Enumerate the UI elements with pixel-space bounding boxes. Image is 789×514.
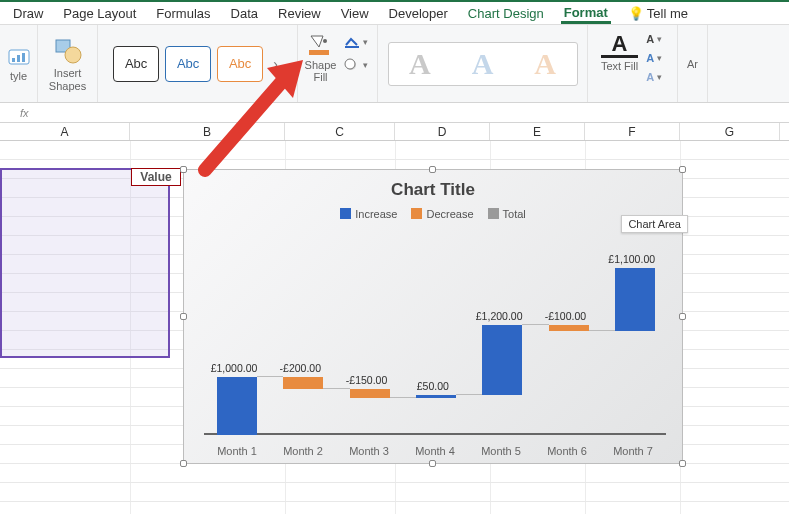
chart-legend[interactable]: Increase Decrease Total <box>184 208 682 220</box>
x-axis-label: Month 6 <box>534 445 600 457</box>
col-F[interactable]: F <box>585 123 680 140</box>
text-fill-icon[interactable]: A <box>601 31 638 58</box>
formula-bar[interactable]: fx <box>0 103 789 123</box>
wordart-style-3[interactable]: A <box>534 47 556 81</box>
legend-increase: Increase <box>340 208 397 220</box>
tab-data[interactable]: Data <box>228 4 261 23</box>
tab-page-layout[interactable]: Page Layout <box>60 4 139 23</box>
chart-bar[interactable]: £1,100.00 <box>602 262 668 435</box>
chart-style-label: tyle <box>10 70 27 82</box>
shape-fill-icon[interactable] <box>305 33 333 57</box>
chart-bar[interactable]: -£100.00 <box>535 262 601 435</box>
data-label: £50.00 <box>403 380 463 392</box>
legend-total: Total <box>488 208 526 220</box>
svg-point-10 <box>345 59 355 69</box>
tab-developer[interactable]: Developer <box>386 4 451 23</box>
col-A[interactable]: A <box>0 123 130 140</box>
svg-rect-2 <box>17 55 20 62</box>
shape-styles-group: Abc Abc Abc › <box>98 25 298 102</box>
column-headers: A B C D E F G <box>0 123 789 141</box>
x-axis-label: Month 3 <box>336 445 402 457</box>
svg-point-6 <box>323 39 327 43</box>
text-fill-label: Text Fill <box>601 60 638 72</box>
worksheet-area[interactable]: Value Chart Title Increase Decrease Tota… <box>0 141 789 514</box>
x-axis-label: Month 4 <box>402 445 468 457</box>
chevron-down-icon: ▾ <box>363 37 368 47</box>
chart-bar[interactable]: -£200.00 <box>270 262 336 435</box>
legend-decrease: Decrease <box>411 208 473 220</box>
col-G[interactable]: G <box>680 123 780 140</box>
shape-style-2[interactable]: Abc <box>165 46 211 82</box>
svg-rect-8 <box>345 46 359 48</box>
chart-style-icon <box>7 44 31 68</box>
chevron-right-icon[interactable]: › <box>269 56 282 72</box>
tab-draw[interactable]: Draw <box>10 4 46 23</box>
data-label: £1,000.00 <box>204 362 264 374</box>
resize-handle[interactable] <box>429 166 436 173</box>
col-E[interactable]: E <box>490 123 585 140</box>
svg-point-5 <box>65 47 81 63</box>
arrange-group[interactable]: Ar <box>678 25 708 102</box>
ribbon-tabs: Draw Page Layout Formulas Data Review Vi… <box>0 0 789 25</box>
shape-fill-label: Shape Fill <box>305 59 337 83</box>
x-axis-label: Month 7 <box>600 445 666 457</box>
wordart-style-1[interactable]: A <box>409 47 431 81</box>
resize-handle[interactable] <box>679 460 686 467</box>
resize-handle[interactable] <box>679 166 686 173</box>
data-label: £1,100.00 <box>602 253 662 265</box>
col-C[interactable]: C <box>285 123 395 140</box>
x-axis-label: Month 5 <box>468 445 534 457</box>
insert-shapes-group[interactable]: Insert Shapes <box>38 25 98 102</box>
chart-bar[interactable]: £50.00 <box>403 262 469 435</box>
resize-handle[interactable] <box>679 313 686 320</box>
insert-shapes-label: Insert Shapes <box>49 67 86 91</box>
wordart-style-2[interactable]: A <box>472 47 494 81</box>
data-label: £1,200.00 <box>469 310 529 322</box>
resize-handle[interactable] <box>180 313 187 320</box>
tab-view[interactable]: View <box>338 4 372 23</box>
value-header-cell[interactable]: Value <box>131 168 181 186</box>
chevron-down-icon: ▾ <box>363 60 368 70</box>
chart-style-group[interactable]: tyle <box>0 25 38 102</box>
resize-handle[interactable] <box>180 460 187 467</box>
tab-format[interactable]: Format <box>561 3 611 24</box>
chart-title[interactable]: Chart Title <box>184 170 682 200</box>
fx-icon: fx <box>20 107 29 119</box>
text-outline-button[interactable]: A▾ <box>644 31 664 47</box>
text-effects-button[interactable]: A▾ <box>644 50 664 66</box>
lightbulb-icon: 💡 <box>628 6 644 21</box>
svg-rect-1 <box>12 58 15 62</box>
data-label: -£150.00 <box>337 374 397 386</box>
arrange-label: Ar <box>687 58 698 70</box>
svg-rect-7 <box>309 50 329 55</box>
shape-outline-button[interactable]: ▾ <box>342 33 370 51</box>
shape-style-3[interactable]: Abc <box>217 46 263 82</box>
text-format-group: A Text Fill A▾ A▾ A▾ <box>588 25 678 102</box>
plot-area[interactable]: £1,000.00-£200.00-£150.00£50.00£1,200.00… <box>204 264 666 435</box>
resize-handle[interactable] <box>429 460 436 467</box>
wordart-styles-group[interactable]: A A A <box>378 25 588 102</box>
x-axis-label: Month 1 <box>204 445 270 457</box>
chart-bar[interactable]: £1,000.00 <box>204 262 270 435</box>
tab-chart-design[interactable]: Chart Design <box>465 4 547 23</box>
shape-effects-button[interactable]: ▾ <box>342 56 370 74</box>
col-D[interactable]: D <box>395 123 490 140</box>
text-effects2-button[interactable]: A▾ <box>644 69 664 85</box>
shape-style-1[interactable]: Abc <box>113 46 159 82</box>
tab-review[interactable]: Review <box>275 4 324 23</box>
svg-rect-3 <box>22 53 25 62</box>
x-axis-label: Month 2 <box>270 445 336 457</box>
insert-shapes-icon <box>53 35 83 65</box>
x-axis: Month 1Month 2Month 3Month 4Month 5Month… <box>204 445 666 457</box>
ribbon-toolbar: tyle Insert Shapes Abc Abc Abc › Shape F… <box>0 25 789 103</box>
resize-handle[interactable] <box>180 166 187 173</box>
chart-tooltip: Chart Area <box>621 215 688 233</box>
tell-me[interactable]: 💡Tell me <box>625 4 691 23</box>
tab-formulas[interactable]: Formulas <box>153 4 213 23</box>
chart-bar[interactable]: £1,200.00 <box>469 262 535 435</box>
col-B[interactable]: B <box>130 123 285 140</box>
data-label: -£200.00 <box>270 362 330 374</box>
chart-bar[interactable]: -£150.00 <box>337 262 403 435</box>
shape-format-group: Shape Fill ▾ ▾ <box>298 25 378 102</box>
chart-object[interactable]: Chart Title Increase Decrease Total Char… <box>183 169 683 464</box>
